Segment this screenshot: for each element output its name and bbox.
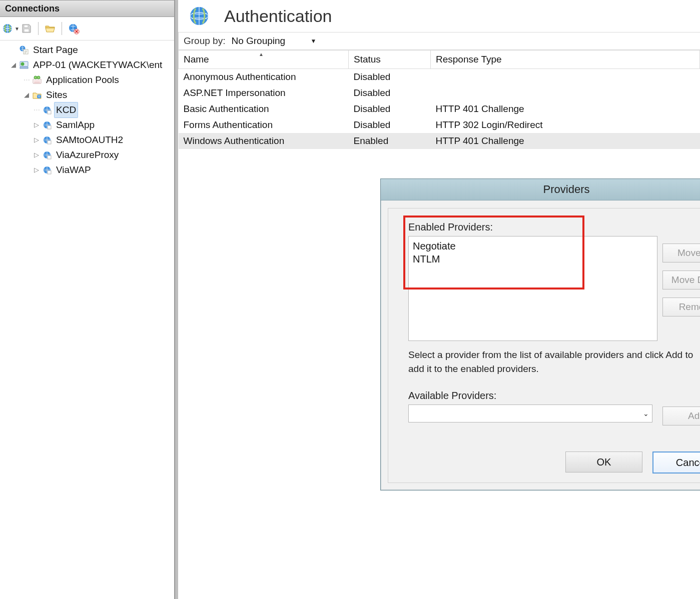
connect-button[interactable]: ▼ bbox=[3, 21, 18, 36]
connections-panel: Connections ▼ bbox=[0, 0, 175, 599]
column-header-name[interactable]: Name▲ bbox=[179, 50, 349, 69]
sites-folder-icon bbox=[32, 90, 42, 100]
tree-node-label: Application Pools bbox=[44, 72, 121, 88]
expand-icon[interactable]: ▷ bbox=[33, 148, 40, 162]
tree-node-label: KCD bbox=[54, 102, 78, 118]
cell-status: Disabled bbox=[349, 117, 431, 133]
instruction-text: Select a provider from the list of avail… bbox=[408, 348, 698, 376]
tree-sites[interactable]: ◢ Sites bbox=[1, 88, 173, 102]
tree-app-pools[interactable]: ⋯ Application Pools bbox=[1, 72, 173, 88]
chevron-down-icon: ⌄ bbox=[643, 410, 649, 418]
cell-response: HTTP 401 Challenge bbox=[431, 101, 700, 117]
cell-status: Enabled bbox=[349, 133, 431, 149]
cell-status: Disabled bbox=[349, 101, 431, 117]
svg-point-13 bbox=[37, 76, 40, 79]
remove-connection-button[interactable] bbox=[66, 21, 81, 36]
svg-rect-2 bbox=[24, 25, 28, 28]
tree-server[interactable]: ◢ APP-01 (WACKETYWACK\ent bbox=[1, 58, 173, 72]
tree-site-item[interactable]: ▷ SAMtoOAUTH2 bbox=[1, 132, 173, 148]
column-header-response[interactable]: Response Type bbox=[431, 50, 700, 69]
cell-status: Disabled bbox=[349, 69, 431, 86]
open-folder-button[interactable] bbox=[43, 21, 58, 36]
table-row[interactable]: Windows AuthenticationEnabledHTTP 401 Ch… bbox=[179, 133, 700, 149]
site-icon bbox=[42, 150, 52, 160]
collapse-icon[interactable]: ◢ bbox=[10, 58, 17, 72]
cell-response: HTTP 401 Challenge bbox=[431, 133, 700, 149]
move-down-button[interactable]: Move Down bbox=[662, 270, 700, 290]
tree-node-label: Start Page bbox=[31, 42, 80, 58]
tree-node-label: Sites bbox=[44, 88, 69, 102]
collapse-icon[interactable]: ◢ bbox=[23, 88, 30, 102]
cell-response bbox=[431, 85, 700, 101]
connections-tree[interactable]: Start Page ◢ APP-01 (WACKETYWACK\ent ⋯ A… bbox=[0, 40, 174, 599]
cell-name: Basic Authentication bbox=[179, 101, 349, 117]
tree-node-label: ViaAzureProxy bbox=[54, 148, 121, 162]
providers-dialog: Providers ? x Enabled Providers: Negotia… bbox=[380, 178, 700, 490]
svg-rect-24 bbox=[48, 170, 51, 174]
globe-icon bbox=[2, 22, 14, 34]
main-content: Authentication Group by: No Grouping ▼ N… bbox=[178, 0, 700, 599]
move-up-button[interactable]: Move Up bbox=[662, 244, 700, 262]
available-providers-combobox[interactable]: ⌄ bbox=[408, 404, 652, 422]
cancel-button[interactable]: Cancel bbox=[652, 452, 700, 474]
dialog-title-bar[interactable]: Providers ? x bbox=[381, 179, 700, 200]
dialog-title: Providers bbox=[543, 183, 590, 196]
tree-site-item[interactable]: ▷ ViaAzureProxy bbox=[1, 148, 173, 162]
chevron-down-icon: ▼ bbox=[311, 38, 317, 44]
authentication-icon bbox=[188, 5, 210, 27]
start-page-icon bbox=[19, 45, 29, 55]
svg-rect-20 bbox=[48, 140, 51, 144]
group-by-select[interactable]: No Grouping ▼ bbox=[229, 32, 319, 50]
add-button[interactable]: Add bbox=[662, 406, 700, 426]
cell-response: HTTP 302 Login/Redirect bbox=[431, 117, 700, 133]
remove-button[interactable]: Remove bbox=[662, 298, 700, 316]
cell-name: ASP.NET Impersonation bbox=[179, 85, 349, 101]
table-row[interactable]: Anonymous AuthenticationDisabled bbox=[179, 69, 700, 86]
server-icon bbox=[19, 60, 29, 70]
app-pools-icon bbox=[32, 75, 42, 85]
site-icon bbox=[42, 135, 52, 145]
tree-site-item[interactable]: ⋯ KCD bbox=[1, 102, 173, 118]
table-row[interactable]: Basic AuthenticationDisabledHTTP 401 Cha… bbox=[179, 101, 700, 117]
svg-point-12 bbox=[34, 76, 37, 79]
tree-node-label: ViaWAP bbox=[54, 162, 93, 178]
cell-response bbox=[431, 69, 700, 86]
list-item[interactable]: NTLM bbox=[413, 252, 653, 266]
tree-site-item[interactable]: ▷ ViaWAP bbox=[1, 162, 173, 178]
cell-name: Anonymous Authentication bbox=[179, 69, 349, 86]
site-icon bbox=[42, 165, 52, 175]
tree-node-label: APP-01 (WACKETYWACK\ent bbox=[31, 58, 164, 72]
cell-name: Forms Authentication bbox=[179, 117, 349, 133]
save-icon bbox=[21, 22, 33, 34]
column-header-status[interactable]: Status bbox=[349, 50, 431, 69]
folder-open-icon bbox=[44, 22, 56, 34]
enabled-providers-listbox[interactable]: Negotiate NTLM bbox=[408, 236, 657, 341]
group-by-label: Group by: bbox=[179, 36, 229, 46]
connections-toolbar: ▼ bbox=[0, 17, 174, 40]
cell-status: Disabled bbox=[349, 85, 431, 101]
page-title: Authentication bbox=[224, 6, 332, 26]
svg-rect-16 bbox=[48, 110, 51, 114]
expand-icon[interactable]: ▷ bbox=[33, 162, 40, 178]
group-by-value: No Grouping bbox=[229, 36, 285, 46]
tree-node-label: SAMtoOAUTH2 bbox=[54, 132, 125, 148]
ok-button[interactable]: OK bbox=[565, 452, 642, 472]
svg-rect-22 bbox=[48, 156, 51, 159]
tree-node-label: SamlApp bbox=[54, 118, 97, 132]
authentication-table: Name▲ Status Response Type Anonymous Aut… bbox=[178, 50, 700, 149]
save-button[interactable] bbox=[19, 21, 34, 36]
table-row[interactable]: Forms AuthenticationDisabledHTTP 302 Log… bbox=[179, 117, 700, 133]
svg-point-10 bbox=[21, 62, 25, 66]
expand-icon[interactable]: ▷ bbox=[33, 132, 40, 148]
site-icon bbox=[42, 105, 52, 115]
table-row[interactable]: ASP.NET ImpersonationDisabled bbox=[179, 85, 700, 101]
available-providers-label: Available Providers: bbox=[408, 390, 700, 402]
expand-icon[interactable]: ▷ bbox=[33, 118, 40, 132]
tree-start-page[interactable]: Start Page bbox=[1, 42, 173, 58]
svg-rect-3 bbox=[24, 29, 29, 32]
tree-site-item[interactable]: ▷ SamlApp bbox=[1, 118, 173, 132]
list-item[interactable]: Negotiate bbox=[413, 240, 653, 252]
cell-name: Windows Authentication bbox=[179, 133, 349, 149]
sort-asc-icon: ▲ bbox=[259, 52, 264, 57]
svg-rect-9 bbox=[20, 67, 28, 68]
